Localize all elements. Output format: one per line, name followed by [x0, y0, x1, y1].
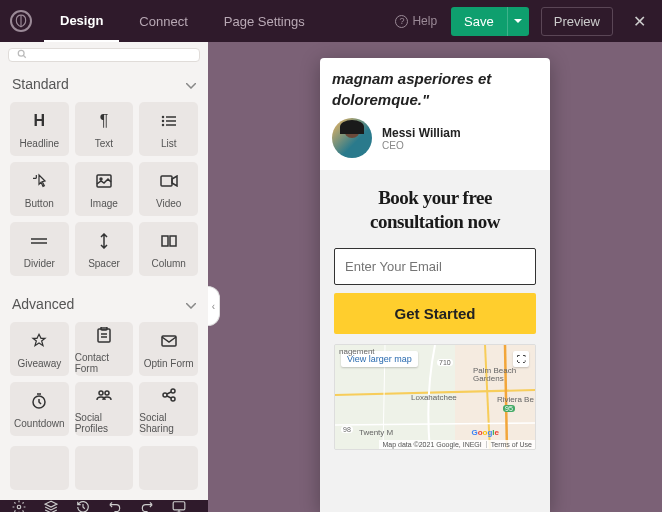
svg-point-8 — [100, 178, 102, 180]
collapse-sidebar[interactable]: ‹ — [208, 286, 220, 326]
svg-rect-18 — [162, 336, 176, 346]
svg-rect-14 — [98, 329, 110, 342]
block-headline[interactable]: HHeadline — [10, 102, 69, 156]
google-logo: Google — [471, 428, 499, 437]
svg-point-27 — [17, 505, 21, 509]
spacer-icon — [93, 230, 115, 252]
svg-point-5 — [162, 124, 163, 125]
block-optin-form[interactable]: Optin Form — [139, 322, 198, 376]
section-advanced[interactable]: Advanced — [0, 286, 208, 322]
block-column[interactable]: Column — [139, 222, 198, 276]
column-icon — [158, 230, 180, 252]
chevron-down-icon — [186, 296, 196, 312]
standard-blocks: HHeadline ¶Text List Button Image Video … — [0, 102, 208, 286]
button-icon — [28, 170, 50, 192]
countdown-icon — [28, 390, 50, 412]
block-placeholder[interactable] — [139, 446, 198, 490]
svg-rect-28 — [173, 502, 185, 510]
svg-point-24 — [171, 397, 175, 401]
headline-icon: H — [28, 110, 50, 132]
undo-icon[interactable] — [108, 500, 122, 512]
email-field[interactable] — [334, 248, 536, 285]
redo-icon[interactable] — [140, 500, 154, 512]
text-icon: ¶ — [93, 110, 115, 132]
close-icon[interactable]: ✕ — [627, 8, 652, 35]
svg-point-20 — [99, 391, 103, 395]
tab-design[interactable]: Design — [44, 0, 119, 42]
block-placeholder[interactable] — [75, 446, 134, 490]
cta-heading: Book your free consultation now — [334, 186, 536, 234]
list-icon — [158, 110, 180, 132]
block-placeholder[interactable] — [10, 446, 69, 490]
block-social-sharing[interactable]: Social Sharing — [139, 382, 198, 436]
avatar — [332, 118, 372, 158]
video-icon — [158, 170, 180, 192]
svg-point-1 — [162, 116, 163, 117]
divider-icon — [28, 230, 50, 252]
section-standard[interactable]: Standard — [0, 66, 208, 102]
mobile-preview[interactable]: magnam asperiores et doloremque." Messi … — [320, 58, 550, 512]
bottom-toolbar — [0, 500, 208, 512]
advanced-blocks-continued — [0, 446, 208, 500]
block-list[interactable]: List — [139, 102, 198, 156]
sidebar: Standard HHeadline ¶Text List Button Ima… — [0, 42, 208, 512]
search-input[interactable] — [8, 48, 200, 62]
block-giveaway[interactable]: Giveaway — [10, 322, 69, 376]
desktop-icon[interactable] — [172, 500, 186, 512]
settings-icon[interactable] — [12, 500, 26, 512]
svg-rect-12 — [162, 236, 168, 246]
svg-point-21 — [105, 391, 109, 395]
map-attribution: Map data ©2021 Google, INEGI Terms of Us… — [379, 440, 535, 449]
preview-button[interactable]: Preview — [541, 7, 613, 36]
block-text[interactable]: ¶Text — [75, 102, 134, 156]
social-sharing-icon — [158, 384, 180, 406]
testimonial-quote: magnam asperiores et doloremque." — [332, 68, 538, 110]
section-title: Advanced — [12, 296, 74, 312]
svg-point-23 — [171, 389, 175, 393]
advanced-blocks: Giveaway Contact Form Optin Form Countdo… — [0, 322, 208, 446]
help-label: Help — [412, 14, 437, 28]
canvas: magnam asperiores et doloremque." Messi … — [208, 42, 662, 512]
tab-page-settings[interactable]: Page Settings — [208, 0, 321, 42]
svg-point-22 — [163, 393, 167, 397]
app-logo — [10, 10, 32, 32]
author-name: Messi William — [382, 126, 461, 140]
svg-line-25 — [167, 392, 171, 394]
block-button[interactable]: Button — [10, 162, 69, 216]
svg-rect-13 — [170, 236, 176, 246]
save-button[interactable]: Save — [451, 7, 507, 36]
social-profiles-icon — [93, 384, 115, 406]
chevron-down-icon — [186, 76, 196, 92]
cta-section: Book your free consultation now Get Star… — [320, 170, 550, 512]
svg-point-0 — [18, 50, 24, 56]
svg-point-3 — [162, 120, 163, 121]
expand-icon[interactable]: ⛶ — [513, 351, 529, 367]
contact-form-icon — [93, 324, 115, 346]
tab-connect[interactable]: Connect — [123, 0, 203, 42]
help-link[interactable]: ? Help — [395, 14, 437, 28]
block-contact-form[interactable]: Contact Form — [75, 322, 134, 376]
svg-rect-7 — [97, 175, 111, 187]
optin-form-icon — [158, 330, 180, 352]
layers-icon[interactable] — [44, 500, 58, 512]
giveaway-icon — [28, 330, 50, 352]
block-divider[interactable]: Divider — [10, 222, 69, 276]
history-icon[interactable] — [76, 500, 90, 512]
testimonial-author: Messi William CEO — [332, 118, 538, 158]
image-icon — [93, 170, 115, 192]
topbar: Design Connect Page Settings ? Help Save… — [0, 0, 662, 42]
save-group: Save — [451, 7, 529, 36]
author-role: CEO — [382, 140, 461, 151]
block-spacer[interactable]: Spacer — [75, 222, 134, 276]
svg-rect-9 — [161, 176, 172, 186]
map-embed[interactable]: View larger map ⛶ nagement Loxahatchee P… — [334, 344, 536, 450]
block-video[interactable]: Video — [139, 162, 198, 216]
save-dropdown[interactable] — [507, 7, 529, 36]
svg-line-26 — [167, 396, 171, 398]
get-started-button[interactable]: Get Started — [334, 293, 536, 334]
search-icon — [17, 48, 27, 62]
block-image[interactable]: Image — [75, 162, 134, 216]
section-title: Standard — [12, 76, 69, 92]
block-countdown[interactable]: Countdown — [10, 382, 69, 436]
block-social-profiles[interactable]: Social Profiles — [75, 382, 134, 436]
